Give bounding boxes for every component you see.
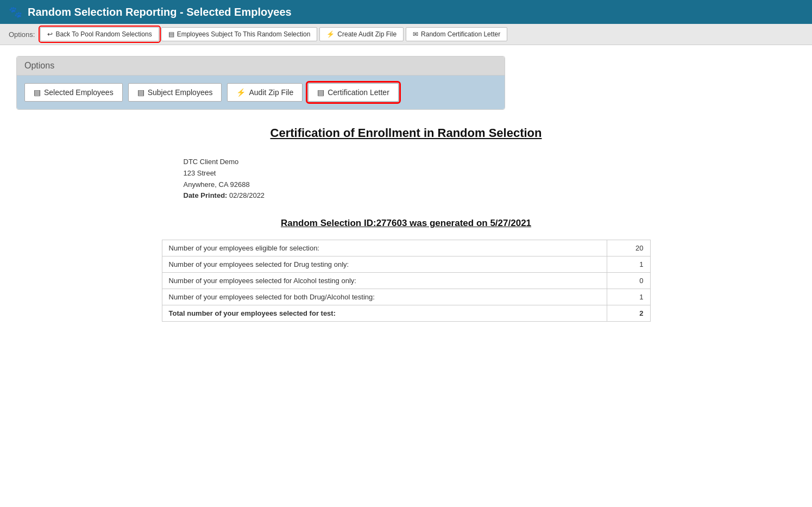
toolbar-btn-random-cert-letter-label: Random Certification Letter [421,30,500,38]
audit-toolbar-icon: ⚡ [326,30,335,38]
toolbar-btn-subject-employees[interactable]: ▤ Employees Subject To This Random Selec… [161,27,318,41]
certificate-area: Certification of Enrollment in Random Se… [162,126,651,322]
option-btn-audit-zip-label: Audit Zip File [249,88,293,97]
stats-row: Number of your employees selected for Dr… [162,256,650,273]
toolbar: Options: ↩ Back To Pool Random Selection… [0,24,812,45]
toolbar-options-label: Options: [9,30,35,39]
cert-address: DTC Client Demo 123 Street Anywhere, CA … [184,157,651,202]
stats-row-value: 2 [607,305,650,322]
app-header: 🐾 Random Selection Reporting - Selected … [0,0,812,24]
stats-row-label: Number of your employees selected for Al… [162,273,607,289]
cert-letter-toolbar-icon: ✉ [413,30,418,38]
stats-row: Total number of your employees selected … [162,305,650,322]
subject-emp-toolbar-icon: ▤ [168,30,174,38]
toolbar-btn-create-audit-label: Create Audit Zip File [337,30,396,38]
stats-row-label: Number of your employees selected for Dr… [162,256,607,273]
option-btn-subject-employees-label: Subject Employees [148,88,213,97]
option-btn-subject-employees[interactable]: ▤ Subject Employees [128,83,222,102]
stats-row-label: Number of your employees selected for bo… [162,289,607,305]
app-title: Random Selection Reporting - Selected Em… [28,6,292,18]
back-icon: ↩ [47,30,53,38]
stats-row: Number of your employees eligible for se… [162,240,650,256]
stats-row-label: Total number of your employees selected … [162,305,607,322]
cert-company: DTC Client Demo [184,157,651,168]
option-btn-certification-letter-label: Certification Letter [328,88,389,97]
stats-row-value: 0 [607,273,650,289]
options-box-body: ▤ Selected Employees ▤ Subject Employees… [17,76,505,109]
toolbar-btn-random-cert-letter[interactable]: ✉ Random Certification Letter [406,27,507,41]
cert-date-printed: Date Printed: 02/28/2022 [184,190,651,202]
cert-date-printed-value: 02/28/2022 [229,191,265,199]
option-btn-audit-zip[interactable]: ⚡ Audit Zip File [227,83,303,102]
main-content: Options ▤ Selected Employees ▤ Subject E… [0,45,812,333]
toolbar-btn-subject-employees-label: Employees Subject To This Random Selecti… [177,30,311,38]
audit-zip-icon: ⚡ [236,88,246,97]
stats-row-label: Number of your employees eligible for se… [162,240,607,256]
stats-row: Number of your employees selected for Al… [162,273,650,289]
cert-date-printed-label: Date Printed: [184,191,228,199]
cert-subtitle: Random Selection ID:277603 was generated… [162,218,651,229]
stats-row-value: 1 [607,256,650,273]
option-btn-selected-employees[interactable]: ▤ Selected Employees [24,83,123,102]
options-box-header: Options [17,57,505,76]
stats-row-value: 1 [607,289,650,305]
app-logo-icon: 🐾 [9,5,22,18]
option-btn-selected-employees-label: Selected Employees [44,88,114,97]
option-btn-certification-letter[interactable]: ▤ Certification Letter [308,83,399,102]
cert-street: 123 Street [184,168,651,179]
subject-emp-option-icon: ▤ [137,88,144,97]
stats-row-value: 20 [607,240,650,256]
toolbar-btn-back-to-pool-label: Back To Pool Random Selections [55,30,152,38]
cert-letter-option-icon: ▤ [317,88,324,97]
selected-emp-icon: ▤ [34,88,41,97]
toolbar-btn-back-to-pool[interactable]: ↩ Back To Pool Random Selections [40,27,159,41]
toolbar-btn-create-audit[interactable]: ⚡ Create Audit Zip File [319,27,404,41]
stats-table: Number of your employees eligible for se… [162,240,651,322]
cert-city-state-zip: Anywhere, CA 92688 [184,179,651,191]
options-box: Options ▤ Selected Employees ▤ Subject E… [16,56,505,110]
cert-main-title: Certification of Enrollment in Random Se… [162,126,651,140]
stats-row: Number of your employees selected for bo… [162,289,650,305]
